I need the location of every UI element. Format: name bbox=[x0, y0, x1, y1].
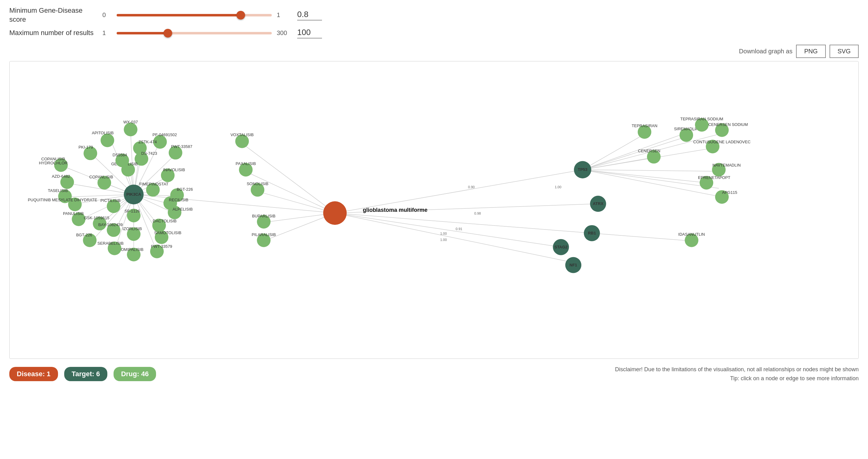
svg-text:COPANLISIB: COPANLISIB bbox=[89, 174, 113, 179]
svg-text:0.90: 0.90 bbox=[468, 185, 475, 189]
svg-text:GSK-1059615: GSK-1059615 bbox=[84, 216, 109, 220]
svg-point-75 bbox=[100, 134, 114, 147]
svg-text:CENERSEN SODIUM: CENERSEN SODIUM bbox=[708, 122, 748, 127]
svg-text:PAXALISIB: PAXALISIB bbox=[236, 161, 256, 166]
svg-text:FIMEPINOSTAT: FIMEPINOSTAT bbox=[139, 182, 168, 186]
svg-line-56 bbox=[257, 191, 335, 213]
slider2-wrapper[interactable] bbox=[117, 30, 272, 36]
legend-drug: Drug: 46 bbox=[114, 367, 156, 381]
svg-text:APITOLISIB: APITOLISIB bbox=[92, 131, 114, 135]
svg-text:ZSTK-474: ZSTK-474 bbox=[138, 140, 157, 144]
download-png-button[interactable]: PNG bbox=[796, 45, 826, 58]
svg-text:DS-7423: DS-7423 bbox=[141, 151, 157, 156]
svg-text:TP53: TP53 bbox=[578, 167, 588, 172]
svg-text:RB1: RB1 bbox=[588, 231, 596, 235]
slider1-value[interactable]: 0.8 bbox=[297, 10, 322, 21]
svg-text:SAMOTOLISIB: SAMOTOLISIB bbox=[154, 230, 182, 235]
slider2-value[interactable]: 100 bbox=[297, 28, 322, 38]
slider1-max: 1 bbox=[277, 11, 292, 19]
min-gene-disease-label: Minimum Gene-Disease score bbox=[9, 6, 96, 24]
svg-text:ALPELISIB: ALPELISIB bbox=[173, 207, 193, 211]
svg-text:TEPRASIRAN: TEPRASIRAN bbox=[631, 124, 657, 128]
svg-text:glioblastoma multiforme: glioblastoma multiforme bbox=[363, 207, 427, 213]
svg-text:IDASANUTLIN: IDASANUTLIN bbox=[678, 232, 705, 237]
svg-text:TASELISIB: TASELISIB bbox=[48, 188, 68, 193]
svg-text:1.00: 1.00 bbox=[440, 232, 447, 235]
svg-text:PILARALISIB: PILARALISIB bbox=[252, 232, 276, 237]
svg-text:EPRENETAPOPT: EPRENETAPOPT bbox=[698, 175, 730, 180]
svg-text:RECILISIB: RECILISIB bbox=[169, 198, 188, 202]
svg-text:SF-1126: SF-1126 bbox=[124, 209, 140, 214]
svg-text:PUQUITINIB MESYLATE DIHYDRATE: PUQUITINIB MESYLATE DIHYDRATE bbox=[28, 198, 97, 202]
svg-point-61 bbox=[323, 201, 347, 225]
svg-line-54 bbox=[242, 143, 335, 214]
svg-text:PIK3CA: PIK3CA bbox=[126, 192, 141, 197]
svg-text:SIREMADLIN: SIREMADLIN bbox=[674, 127, 699, 131]
svg-text:PICTILISIB: PICTILISIB bbox=[100, 198, 121, 203]
svg-line-49 bbox=[583, 170, 719, 171]
disclaimer-line1: Disclaimer! Due to the limitations of th… bbox=[615, 365, 859, 374]
svg-line-4 bbox=[335, 213, 573, 263]
slider1-wrapper[interactable] bbox=[117, 12, 272, 18]
svg-line-44 bbox=[583, 137, 685, 170]
svg-text:INAVOLISIB: INAVOLISIB bbox=[163, 167, 185, 172]
disclaimer-line2: Tip: click on a node or edge to see more… bbox=[615, 374, 859, 383]
graph-container[interactable]: 0.90 0.98 0.91 1.00 1.00 1.00 bbox=[9, 61, 859, 359]
svg-text:AZD-6482: AZD-6482 bbox=[52, 174, 70, 178]
svg-text:CONTUSUGENE LADENOVEC: CONTUSUGENE LADENOVEC bbox=[693, 140, 750, 144]
slider2-min: 1 bbox=[102, 29, 112, 37]
svg-text:CENERSEN: CENERSEN bbox=[638, 149, 660, 154]
svg-line-2 bbox=[335, 213, 592, 233]
svg-text:TEPRASIRAN SODIUM: TEPRASIRAN SODIUM bbox=[680, 117, 723, 121]
svg-text:OMIPALISIB: OMIPALISIB bbox=[121, 247, 144, 252]
svg-text:PF-04691502: PF-04691502 bbox=[153, 133, 177, 137]
svg-text:HYDROCHLOR: HYDROCHLOR bbox=[39, 161, 67, 165]
svg-text:DS5584: DS5584 bbox=[113, 153, 127, 158]
svg-text:0.98: 0.98 bbox=[474, 211, 481, 215]
svg-text:PWT-33579: PWT-33579 bbox=[151, 244, 172, 249]
svg-text:BGT-226: BGT-226 bbox=[76, 233, 92, 237]
svg-text:APG115: APG115 bbox=[722, 190, 737, 195]
svg-text:SONOLISIB: SONOLISIB bbox=[247, 182, 268, 186]
svg-text:PWT-33587: PWT-33587 bbox=[171, 144, 192, 149]
download-label: Download graph as bbox=[739, 48, 792, 55]
disclaimer: Disclaimer! Due to the limitations of th… bbox=[615, 365, 859, 383]
svg-text:BUPARLISIB: BUPARLISIB bbox=[252, 214, 275, 218]
svg-text:VOXTALISIB: VOXTALISIB bbox=[230, 133, 254, 137]
svg-line-50 bbox=[583, 170, 700, 182]
svg-text:NF1: NF1 bbox=[569, 263, 577, 267]
svg-text:1.00: 1.00 bbox=[555, 185, 561, 189]
svg-text:BGT-226: BGT-226 bbox=[177, 187, 193, 192]
svg-line-58 bbox=[592, 233, 691, 241]
legend: Disease: 1 Target: 6 Drug: 46 bbox=[9, 367, 156, 381]
svg-text:BAY-1082439: BAY-1082439 bbox=[98, 222, 123, 227]
legend-disease: Disease: 1 bbox=[9, 367, 58, 381]
slider1-min: 0 bbox=[102, 11, 112, 19]
max-results-label: Maximum number of results bbox=[9, 29, 96, 37]
svg-text:SERABELISIB: SERABELISIB bbox=[97, 241, 123, 245]
slider2-max: 300 bbox=[277, 29, 292, 37]
svg-text:ATRX: ATRX bbox=[593, 201, 604, 206]
svg-text:STAG2: STAG2 bbox=[554, 245, 567, 249]
legend-target: Target: 6 bbox=[64, 367, 107, 381]
svg-text:PKI-179: PKI-179 bbox=[79, 145, 93, 150]
svg-text:0.91: 0.91 bbox=[456, 227, 462, 231]
svg-text:1.00: 1.00 bbox=[440, 238, 447, 241]
svg-text:DACTOLISIB: DACTOLISIB bbox=[153, 219, 177, 223]
svg-line-3 bbox=[335, 213, 561, 247]
svg-text:NAVTEMADLIN: NAVTEMADLIN bbox=[712, 163, 741, 167]
svg-point-73 bbox=[124, 123, 137, 136]
download-svg-button[interactable]: SVG bbox=[830, 45, 859, 58]
svg-text:PANULISIB: PANULISIB bbox=[63, 211, 84, 216]
svg-text:IZORLISIB: IZORLISIB bbox=[123, 226, 142, 231]
svg-text:WX-037: WX-037 bbox=[123, 120, 138, 124]
